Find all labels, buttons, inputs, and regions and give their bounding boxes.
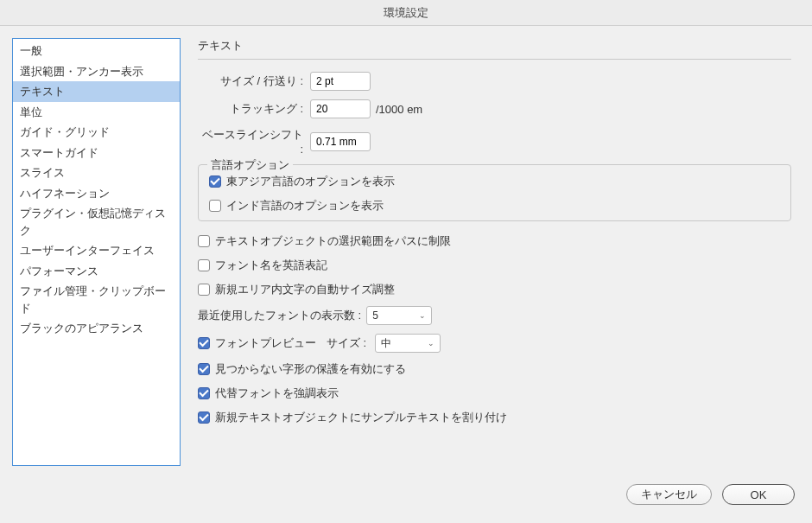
checkbox-highlight-substitute[interactable] (198, 387, 210, 399)
sidebar-item-plugins-scratch[interactable]: プラグイン・仮想記憶ディスク (13, 203, 180, 240)
preferences-window: 環境設定 一般 選択範囲・アンカー表示 テキスト 単位 ガイド・グリッド スマー… (0, 0, 812, 523)
window-title: 環境設定 (0, 0, 812, 26)
input-size-leading[interactable] (310, 72, 371, 91)
category-list: 一般 選択範囲・アンカー表示 テキスト 単位 ガイド・グリッド スマートガイド … (12, 38, 181, 466)
sidebar-item-black-appearance[interactable]: ブラックのアピアランス (13, 318, 180, 339)
label-east-asian[interactable]: 東アジア言語のオプションを表示 (226, 174, 395, 189)
label-auto-area-size[interactable]: 新規エリア内文字の自動サイズ調整 (215, 282, 395, 297)
sidebar-item-hyphenation[interactable]: ハイフネーション (13, 183, 180, 204)
checkbox-indic[interactable] (209, 200, 221, 212)
checkbox-missing-glyph[interactable] (198, 363, 210, 375)
settings-panel: テキスト サイズ / 行送り : トラッキング : /1000 em ベースライ… (198, 38, 800, 466)
content-area: 一般 選択範囲・アンカー表示 テキスト 単位 ガイド・グリッド スマートガイド … (0, 26, 812, 478)
select-recent-fonts-value: 5 (372, 309, 378, 322)
cancel-button[interactable]: キャンセル (626, 484, 712, 505)
input-baseline[interactable] (310, 132, 371, 151)
label-highlight-substitute[interactable]: 代替フォントを強調表示 (215, 386, 339, 401)
label-recent-fonts: 最近使用したフォントの表示数 : (198, 308, 361, 323)
field-tracking: トラッキング : /1000 em (198, 99, 791, 118)
dialog-footer: キャンセル OK (0, 478, 812, 523)
label-indic[interactable]: インド言語のオプションを表示 (226, 198, 384, 214)
sidebar-item-performance[interactable]: パフォーマンス (13, 261, 180, 282)
label-english-font-names[interactable]: フォント名を英語表記 (215, 258, 327, 273)
suffix-tracking: /1000 em (376, 103, 422, 116)
checkbox-placeholder-text[interactable] (198, 411, 210, 424)
group-legend-language: 言語オプション (207, 157, 293, 173)
sidebar-item-user-interface[interactable]: ユーザーインターフェイス (13, 240, 180, 261)
field-baseline: ベースラインシフト : (198, 127, 791, 156)
select-recent-fonts[interactable]: 5 ⌄ (366, 306, 432, 325)
checkbox-east-asian[interactable] (209, 175, 221, 188)
input-tracking[interactable] (310, 99, 371, 118)
label-baseline: ベースラインシフト : (198, 127, 310, 156)
sidebar-item-type[interactable]: テキスト (13, 81, 180, 102)
label-limit-selection[interactable]: テキストオブジェクトの選択範囲をパスに制限 (215, 233, 451, 249)
field-size-leading: サイズ / 行送り : (198, 72, 791, 91)
checkbox-english-font-names[interactable] (198, 259, 210, 271)
label-size-leading: サイズ / 行送り : (198, 73, 310, 89)
select-font-preview-size[interactable]: 中 ⌄ (375, 334, 441, 353)
sidebar-item-file-handling[interactable]: ファイル管理・クリップボード (13, 281, 180, 318)
ok-button[interactable]: OK (722, 484, 795, 505)
chevron-down-icon: ⌄ (428, 340, 435, 348)
select-font-preview-size-value: 中 (381, 336, 391, 351)
language-options-group: 言語オプション 東アジア言語のオプションを表示 インド言語のオプションを表示 (198, 164, 791, 221)
label-font-preview-size: サイズ : (327, 335, 366, 351)
sidebar-item-units[interactable]: 単位 (13, 102, 180, 123)
checkbox-limit-selection[interactable] (198, 235, 210, 247)
checkbox-font-preview[interactable] (198, 337, 210, 349)
chevron-down-icon: ⌄ (419, 312, 426, 320)
sidebar-item-selection-anchor[interactable]: 選択範囲・アンカー表示 (13, 61, 180, 82)
sidebar-item-general[interactable]: 一般 (13, 41, 180, 61)
checkbox-auto-area-size[interactable] (198, 284, 210, 296)
label-font-preview[interactable]: フォントプレビュー (215, 335, 316, 351)
panel-title: テキスト (198, 38, 791, 54)
label-missing-glyph[interactable]: 見つからない字形の保護を有効にする (215, 361, 406, 377)
divider (198, 59, 791, 60)
label-tracking: トラッキング : (198, 101, 310, 117)
sidebar-item-slices[interactable]: スライス (13, 163, 180, 183)
label-placeholder-text[interactable]: 新規テキストオブジェクトにサンプルテキストを割り付け (215, 410, 507, 425)
sidebar-item-smart-guides[interactable]: スマートガイド (13, 143, 180, 163)
sidebar-item-guides-grid[interactable]: ガイド・グリッド (13, 122, 180, 143)
